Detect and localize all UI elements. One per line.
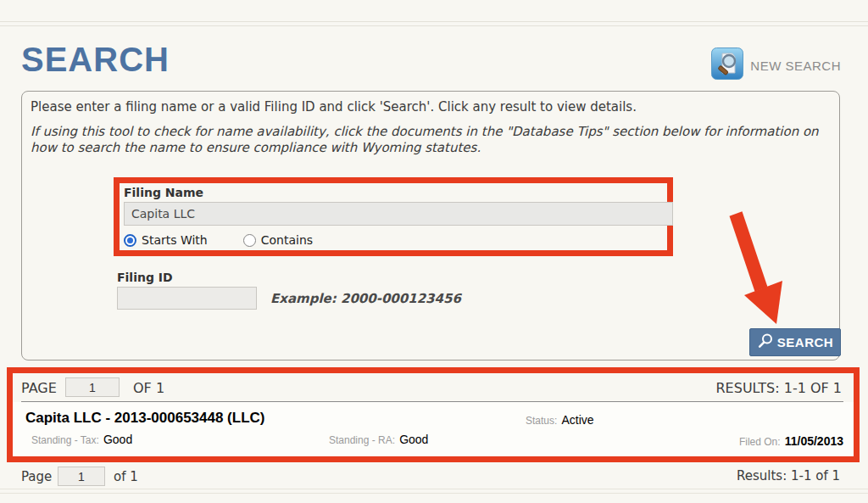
result-status: Status: Active	[526, 411, 594, 428]
results-page-label: PAGE	[21, 380, 57, 396]
status-value: Active	[561, 413, 593, 427]
filing-name-annotation-box: Filing Name Starts With Contains	[114, 177, 673, 256]
instruction-note-text: If using this tool to check for name ava…	[31, 124, 834, 156]
result-title[interactable]: Capita LLC - 2013-000653448 (LLC)	[25, 410, 265, 427]
footer-page-label: Page	[21, 469, 52, 484]
standing-ra-value: Good	[399, 433, 428, 446]
footer-results-count: Results: 1-1 of 1	[737, 468, 840, 483]
standing-tax-label: Standing - Tax:	[31, 434, 99, 446]
new-search-button[interactable]: NEW SEARCH	[711, 48, 841, 83]
result-filed-on: Filed On: 11/05/2013	[739, 433, 843, 449]
top-divider	[0, 21, 868, 26]
filing-id-example: Example: 2000-000123456	[270, 291, 461, 306]
result-standing-ra: Standing - RA: Good	[329, 431, 428, 447]
new-search-label[interactable]: NEW SEARCH	[750, 59, 841, 73]
match-mode-options: Starts With Contains	[124, 233, 663, 247]
new-search-icon	[711, 48, 743, 83]
search-button[interactable]: SEARCH	[749, 328, 841, 356]
magnifier-icon	[757, 333, 774, 353]
results-page-input[interactable]	[65, 377, 120, 397]
filing-name-input[interactable]	[124, 202, 673, 226]
starts-with-label[interactable]: Starts With	[142, 233, 208, 247]
search-form-panel: Please enter a filing name or a valid Fi…	[21, 91, 840, 360]
filed-on-label: Filed On:	[739, 436, 781, 448]
page-title: SEARCH	[21, 41, 170, 79]
filing-name-label: Filing Name	[124, 186, 663, 199]
results-header: PAGE OF 1 RESULTS: 1-1 OF 1	[13, 373, 854, 401]
bottom-divider	[0, 489, 868, 494]
filed-on-value: 11/05/2013	[785, 434, 843, 448]
results-count-label: RESULTS: 1-1 OF 1	[716, 380, 843, 396]
footer-page-input[interactable]	[58, 467, 105, 486]
results-annotation-box: PAGE OF 1 RESULTS: 1-1 OF 1 Capita LLC -…	[7, 367, 860, 462]
results-page-of-label: OF 1	[133, 380, 164, 396]
filing-id-input[interactable]	[117, 287, 257, 310]
standing-ra-label: Standing - RA:	[329, 434, 395, 446]
result-standing-tax: Standing - Tax: Good	[31, 431, 132, 447]
contains-label[interactable]: Contains	[261, 233, 313, 247]
search-button-label[interactable]: SEARCH	[777, 335, 833, 349]
standing-tax-value: Good	[103, 433, 132, 446]
result-row[interactable]: Capita LLC - 2013-000653448 (LLC) Status…	[13, 402, 854, 456]
instruction-text: Please enter a filing name or a valid Fi…	[31, 99, 832, 115]
status-label: Status:	[526, 415, 557, 427]
footer-page-of-label: of 1	[114, 469, 138, 484]
contains-radio[interactable]	[243, 234, 256, 247]
filing-id-label: Filing ID	[117, 271, 173, 284]
starts-with-radio[interactable]	[124, 234, 136, 247]
